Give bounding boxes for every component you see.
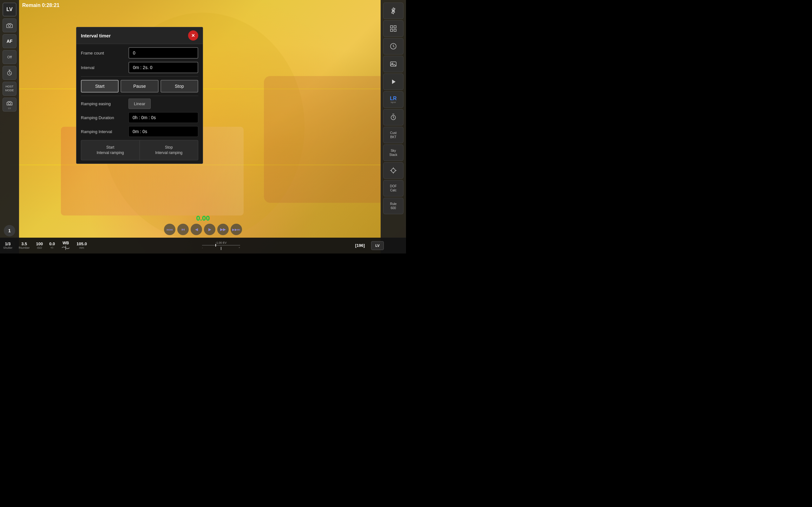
ramping-interval-input[interactable]: 0m : 0s — [129, 126, 198, 137]
frame-count-row: Frame count 0 — [81, 47, 198, 59]
ramping-duration-input[interactable]: 0h : 0m : 0s — [129, 112, 198, 123]
interval-timer-modal: Interval timer × Frame count 0 Interval … — [76, 27, 203, 164]
interval-input[interactable]: 0m : 2s. 0 — [129, 62, 198, 73]
ramping-easing-label: Ramping easing — [81, 101, 125, 106]
modal-header: Interval timer × — [77, 27, 203, 44]
ramping-interval-label: Ramping Interval — [81, 129, 125, 134]
ramping-easing-btn[interactable]: Linear — [129, 99, 151, 109]
ramping-duration-label: Ramping Duration — [81, 115, 125, 120]
stop-btn[interactable]: Stop — [160, 80, 198, 93]
pause-btn[interactable]: Pause — [120, 80, 158, 93]
divider-2 — [81, 96, 198, 96]
interval-row: Interval 0m : 2s. 0 — [81, 62, 198, 73]
ramping-section: Ramping easing Linear Ramping Duration 0… — [81, 99, 198, 160]
stop-interval-ramping-btn[interactable]: StopInterval ramping — [140, 140, 199, 160]
ramping-interval-row: Ramping Interval 0m : 0s — [81, 126, 198, 137]
ramping-easing-row: Ramping easing Linear — [81, 99, 198, 109]
modal-title: Interval timer — [81, 33, 111, 38]
action-buttons: Start Pause Stop — [81, 80, 198, 93]
modal-body: Frame count 0 Interval 0m : 2s. 0 Start … — [77, 44, 203, 164]
interval-ramping-buttons: StartInterval ramping StopInterval rampi… — [81, 140, 198, 160]
interval-label: Interval — [81, 65, 125, 70]
start-btn[interactable]: Start — [81, 80, 119, 93]
frame-count-label: Frame count — [81, 51, 125, 55]
ramping-duration-row: Ramping Duration 0h : 0m : 0s — [81, 112, 198, 123]
start-interval-ramping-btn[interactable]: StartInterval ramping — [81, 140, 140, 160]
modal-close-btn[interactable]: × — [188, 31, 198, 41]
divider-1 — [81, 76, 198, 77]
frame-count-input[interactable]: 0 — [129, 47, 198, 59]
modal-overlay: Interval timer × Frame count 0 Interval … — [0, 0, 406, 253]
